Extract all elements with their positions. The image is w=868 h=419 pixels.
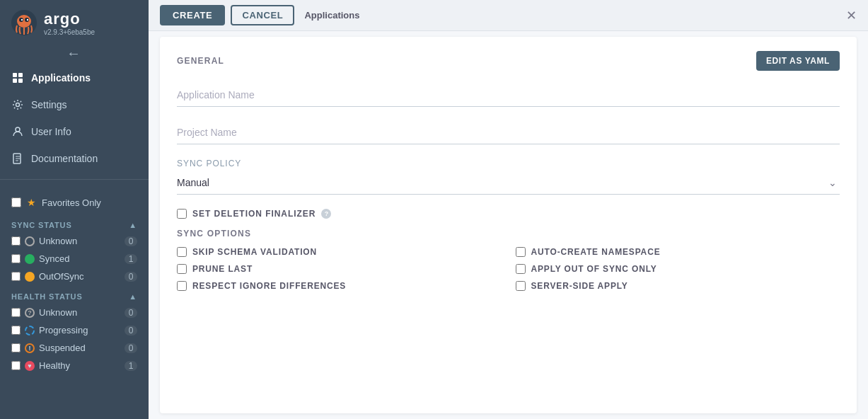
sync-policy-label: SYNC POLICY — [177, 159, 840, 168]
filter-row-progressing[interactable]: Progressing 0 — [7, 321, 141, 339]
filter-row-healthy[interactable]: ♥ Healthy 1 — [7, 357, 141, 374]
unknown-sync-count: 0 — [125, 236, 137, 246]
user-info-label: User Info — [31, 126, 71, 137]
deletion-finalizer-label: SET DELETION FINALIZER — [192, 209, 316, 219]
progressing-count: 0 — [125, 326, 137, 335]
svg-point-11 — [16, 127, 20, 132]
sidebar-item-applications[interactable]: Applications — [0, 64, 149, 91]
logo-text: argo v2.9.3+6eba5be — [44, 10, 95, 36]
synced-checkbox[interactable] — [11, 254, 21, 263]
sync-options-label: SYNC OPTIONS — [177, 229, 840, 239]
svg-point-10 — [16, 103, 20, 107]
project-name-field — [177, 121, 840, 144]
respect-ignore-differences-checkbox[interactable] — [177, 281, 187, 291]
sidebar-divider — [0, 179, 149, 180]
svg-rect-7 — [18, 73, 23, 77]
edit-as-yaml-button[interactable]: EDIT AS YAML — [756, 51, 840, 71]
option-prune-last: PRUNE LAST — [177, 264, 502, 274]
favorites-filter-row[interactable]: ★ Favorites Only — [7, 191, 141, 214]
health-status-header: HEALTH STATUS ▲ — [7, 285, 141, 304]
user-icon — [11, 125, 24, 138]
outofsync-count: 0 — [125, 272, 137, 282]
option-respect-ignore-differences: RESPECT IGNORE DIFFERENCES — [177, 281, 502, 291]
deletion-finalizer-help-icon[interactable]: ? — [321, 209, 331, 219]
svg-rect-6 — [13, 73, 17, 77]
documentation-icon — [11, 152, 24, 165]
app-version: v2.9.3+6eba5be — [44, 28, 95, 36]
outofsync-label: OutOfSync — [39, 271, 84, 282]
server-side-apply-label: SERVER-SIDE APPLY — [531, 281, 628, 291]
outofsync-dot — [25, 272, 35, 282]
respect-ignore-differences-label: RESPECT IGNORE DIFFERENCES — [192, 281, 346, 291]
option-server-side-apply: SERVER-SIDE APPLY — [516, 281, 840, 291]
application-name-field — [177, 84, 840, 107]
filter-row-synced[interactable]: Synced 1 — [7, 250, 141, 268]
unknown-sync-dot — [25, 236, 35, 246]
sidebar-item-documentation[interactable]: Documentation — [0, 145, 149, 172]
progressing-label: Progressing — [39, 325, 88, 335]
suspended-label: Suspended — [39, 343, 86, 353]
close-button[interactable]: ✕ — [846, 8, 857, 23]
progressing-dot — [25, 326, 35, 335]
filter-row-outofsync[interactable]: OutOfSync 0 — [7, 268, 141, 285]
sidebar-item-user-info[interactable]: User Info — [0, 118, 149, 145]
favorites-checkbox[interactable] — [11, 197, 21, 207]
svg-point-4 — [21, 19, 23, 21]
star-icon: ★ — [27, 197, 36, 208]
healthy-count: 1 — [125, 361, 137, 371]
healthy-label: Healthy — [39, 360, 70, 371]
sync-policy-select-wrapper: Manual Automatic ⌄ — [177, 171, 840, 195]
unknown-health-dot: ? — [25, 308, 35, 318]
settings-label: Settings — [31, 99, 67, 110]
sync-policy-field: SYNC POLICY Manual Automatic ⌄ — [177, 159, 840, 195]
cancel-button[interactable]: CANCEL — [231, 5, 294, 25]
prune-last-checkbox[interactable] — [177, 264, 187, 274]
option-apply-out-of-sync-only: APPLY OUT OF SYNC ONLY — [516, 264, 840, 274]
logo-area: argo v2.9.3+6eba5be — [0, 0, 149, 45]
deletion-finalizer-checkbox[interactable] — [177, 209, 187, 219]
breadcrumb: Applications — [300, 10, 359, 21]
svg-point-5 — [27, 19, 28, 21]
suspended-dot: ! — [25, 343, 35, 353]
applications-label: Applications — [31, 72, 91, 84]
general-label: GENERAL — [177, 56, 224, 66]
healthy-checkbox[interactable] — [11, 361, 21, 370]
application-name-input[interactable] — [177, 84, 840, 107]
auto-create-namespace-checkbox[interactable] — [516, 247, 526, 257]
documentation-label: Documentation — [31, 153, 98, 164]
sync-status-header: SYNC STATUS ▲ — [7, 214, 141, 232]
sync-policy-select[interactable]: Manual Automatic — [177, 171, 840, 194]
unknown-health-checkbox[interactable] — [11, 308, 21, 317]
back-button[interactable]: ← — [0, 45, 147, 62]
filter-row-suspended[interactable]: ! Suspended 0 — [7, 339, 141, 357]
filter-row-unknown-health[interactable]: ? Unknown 0 — [7, 304, 141, 321]
sync-options-section: SYNC OPTIONS SKIP SCHEMA VALIDATION AUTO… — [177, 229, 840, 291]
server-side-apply-checkbox[interactable] — [516, 281, 526, 291]
skip-schema-validation-label: SKIP SCHEMA VALIDATION — [192, 247, 317, 257]
form-header: GENERAL EDIT AS YAML — [177, 51, 840, 71]
deletion-finalizer-row: SET DELETION FINALIZER ? — [177, 209, 840, 219]
unknown-health-count: 0 — [125, 308, 137, 318]
progressing-checkbox[interactable] — [11, 326, 21, 335]
main-area: CREATE CANCEL Applications ✕ GENERAL EDI… — [149, 0, 868, 419]
outofsync-checkbox[interactable] — [11, 272, 21, 281]
health-status-collapse-icon[interactable]: ▲ — [129, 292, 137, 301]
skip-schema-validation-checkbox[interactable] — [177, 247, 187, 257]
sidebar: argo v2.9.3+6eba5be ← Applications — [0, 0, 149, 419]
form-panel: GENERAL EDIT AS YAML SYNC POLICY Manual … — [160, 37, 857, 413]
argo-logo-icon — [10, 8, 38, 37]
healthy-dot: ♥ — [25, 361, 35, 371]
sync-status-collapse-icon[interactable]: ▲ — [129, 221, 137, 229]
synced-dot — [25, 254, 35, 264]
unknown-sync-checkbox[interactable] — [11, 236, 21, 246]
suspended-checkbox[interactable] — [11, 343, 21, 352]
auto-create-namespace-label: AUTO-CREATE NAMESPACE — [531, 247, 661, 257]
apply-out-of-sync-only-checkbox[interactable] — [516, 264, 526, 274]
synced-label: Synced — [39, 253, 69, 264]
filter-row-unknown-sync[interactable]: Unknown 0 — [7, 232, 141, 250]
create-button[interactable]: CREATE — [160, 5, 225, 25]
option-auto-create-namespace: AUTO-CREATE NAMESPACE — [516, 247, 840, 257]
sidebar-item-settings[interactable]: Settings — [0, 91, 149, 118]
project-name-input[interactable] — [177, 121, 840, 144]
svg-point-1 — [17, 15, 31, 28]
